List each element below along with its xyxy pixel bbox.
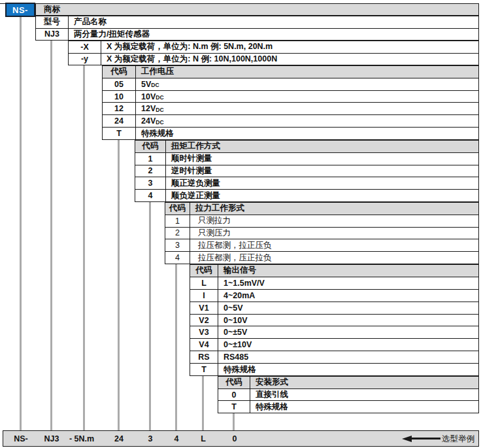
pull-mode-table: 代码 拉力工作形式 1 只测拉力 2 只测压力 3 拉压都测，拉正压负 4 拉压… xyxy=(165,202,479,264)
example-bar: NS- NJ3 - 5N.m 24 3 4 L 0 选型举例 xyxy=(3,430,479,447)
voltage-code-cell: 05 xyxy=(103,78,136,90)
example-part-prefix: NS- xyxy=(14,434,28,443)
output-code-cell: V3 xyxy=(190,326,218,338)
model-row: NJ3 两分量力/扭矩传感器 xyxy=(36,28,478,41)
mounting-value-cell: 特殊规格 xyxy=(250,401,478,413)
output-row: T 特殊规格 xyxy=(190,363,478,375)
torque-value-cell: 顺正逆负测量 xyxy=(166,177,478,189)
voltage-code-cell: T xyxy=(103,128,136,139)
voltage-value: 5V xyxy=(141,80,151,89)
torque-code-cell: 3 xyxy=(135,177,166,189)
mounting-table: 代码 安装形式 0 直接引线 T 特殊规格 xyxy=(218,376,479,413)
model-col-name-header: 产品名称 xyxy=(69,16,478,28)
mounting-row: 0 直接引线 xyxy=(218,388,478,401)
pull-code-cell: 3 xyxy=(165,239,190,251)
rated-load-code-cell: -y xyxy=(69,54,101,65)
trademark-row: 商标 xyxy=(35,3,479,16)
voltage-value-cell: 24VDC xyxy=(136,115,478,127)
example-part-torque: 3 xyxy=(148,434,153,443)
output-header-row: 代码 输出信号 xyxy=(190,265,478,277)
output-row: V3 0~±5V xyxy=(190,326,478,338)
example-part-model: NJ3 xyxy=(44,434,59,443)
voltage-code-cell: 10 xyxy=(103,91,136,103)
output-row: L 1~1.5mV/V xyxy=(190,277,478,289)
output-row: RS RS485 xyxy=(190,351,478,363)
torque-value-cell: 逆时针测量 xyxy=(166,165,478,177)
pull-header-row: 代码 拉力工作形式 xyxy=(165,203,478,215)
torque-code-cell: 1 xyxy=(135,153,166,165)
connector-line xyxy=(175,264,177,430)
torque-row: 3 顺正逆负测量 xyxy=(135,177,478,189)
voltage-value-cell: 12VDC xyxy=(136,103,478,114)
pull-row: 1 只测拉力 xyxy=(165,215,478,227)
rated-load-row: -y X 为额定载荷，单位为: N 例: 10N,100N,1000N xyxy=(69,53,478,65)
example-part-voltage: 24 xyxy=(114,434,124,443)
output-code-cell: T xyxy=(190,364,218,375)
trademark-label: 商标 xyxy=(44,4,60,15)
torque-col-code-header: 代码 xyxy=(135,141,166,152)
output-row: V4 0~±10V xyxy=(190,338,478,351)
output-code-cell: L xyxy=(190,277,218,289)
torque-code-cell: 4 xyxy=(135,190,166,201)
model-code-cell: NJ3 xyxy=(36,29,69,41)
connector-line xyxy=(20,17,22,430)
rated-load-row: -X X 为额定载荷，单位为: N.m 例: 5N.m, 20N.m xyxy=(69,41,478,53)
rated-load-desc-cell: X 为额定载荷，单位为: N 例: 10N,100N,1000N xyxy=(101,54,478,65)
example-part-output: L xyxy=(201,434,206,443)
output-signal-table: 代码 输出信号 L 1~1.5mV/V I 4~20mA V1 0~5V V2 … xyxy=(190,264,479,376)
model-col-code-header: 型号 xyxy=(36,16,69,28)
torque-value-cell: 顺时针测量 xyxy=(166,153,478,165)
pull-value-cell: 拉压都测，拉正压负 xyxy=(190,239,478,251)
pull-code-cell: 4 xyxy=(165,252,190,264)
voltage-table: 代码 工作电压 05 5VDC 10 10VDC 12 12VDC 24 24V… xyxy=(102,65,479,140)
voltage-col-code-header: 代码 xyxy=(103,66,136,78)
output-value-cell: 0~±10V xyxy=(218,339,478,351)
voltage-dc-subscript: DC xyxy=(151,82,159,88)
voltage-value-cell: 5VDC xyxy=(136,78,478,90)
pull-col-code-header: 代码 xyxy=(165,203,190,215)
torque-row: 4 顺负逆正测量 xyxy=(135,189,478,201)
voltage-row: 24 24VDC xyxy=(103,114,478,127)
connector-line xyxy=(83,65,85,430)
example-part-pull: 4 xyxy=(174,434,179,443)
voltage-code-cell: 12 xyxy=(103,103,136,114)
output-code-cell: V2 xyxy=(190,315,218,326)
output-value-cell: 0~±5V xyxy=(218,326,478,338)
example-part-load: - 5N.m xyxy=(69,434,94,443)
voltage-value-cell: 特殊规格 xyxy=(136,128,478,139)
pull-row: 3 拉压都测，拉正压负 xyxy=(165,239,478,251)
voltage-row: T 特殊规格 xyxy=(103,127,478,139)
voltage-col-label-header: 工作电压 xyxy=(136,66,478,78)
arrow-left-icon xyxy=(402,436,440,442)
voltage-value-cell: 10VDC xyxy=(136,91,478,103)
torque-col-label-header: 扭矩工作方式 xyxy=(166,141,478,152)
pull-row: 4 拉压都测，压正拉负 xyxy=(165,251,478,264)
voltage-value: 24V xyxy=(141,116,156,126)
connector-line xyxy=(50,41,52,430)
brand-badge: NS- xyxy=(5,3,35,17)
connector-line xyxy=(149,202,151,430)
pull-row: 2 只测压力 xyxy=(165,227,478,239)
output-value-cell: 0~5V xyxy=(218,302,478,314)
output-value-cell: 0~10V xyxy=(218,315,478,326)
rated-load-table: -X X 为额定载荷，单位为: N.m 例: 5N.m, 20N.m -y X … xyxy=(68,41,479,65)
voltage-dc-subscript: DC xyxy=(156,94,163,101)
torque-row: 1 顺时针测量 xyxy=(135,152,478,165)
voltage-value: 12V xyxy=(141,104,156,113)
output-row: I 4~20mA xyxy=(190,289,478,302)
output-row: V2 0~10V xyxy=(190,314,478,326)
voltage-dc-subscript: DC xyxy=(156,107,163,113)
model-header-row: 型号 产品名称 xyxy=(36,16,478,28)
output-value-cell: RS485 xyxy=(218,351,478,363)
example-part-mounting: 0 xyxy=(233,434,237,443)
example-caption: 选型举例 xyxy=(442,433,474,444)
voltage-code-cell: 24 xyxy=(103,115,136,127)
output-code-cell: V4 xyxy=(190,339,218,351)
model-name-cell: 两分量力/扭矩传感器 xyxy=(69,29,478,41)
mounting-code-cell: T xyxy=(218,401,250,413)
output-row: V1 0~5V xyxy=(190,302,478,314)
output-col-label-header: 输出信号 xyxy=(218,265,478,277)
output-code-cell: RS xyxy=(190,351,218,363)
torque-header-row: 代码 扭矩工作方式 xyxy=(135,141,478,152)
output-code-cell: V1 xyxy=(190,302,218,314)
